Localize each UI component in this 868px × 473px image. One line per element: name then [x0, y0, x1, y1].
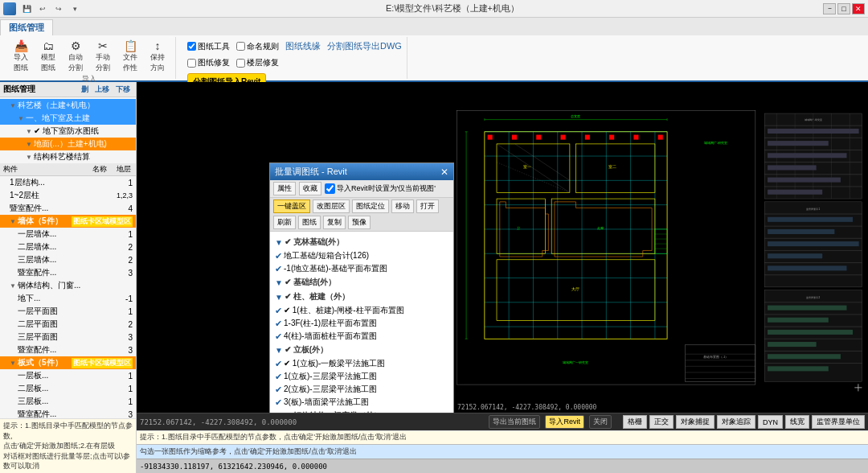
btn-refresh[interactable]: 刷新 — [273, 216, 296, 229]
btn-move[interactable]: 移动 — [391, 199, 414, 213]
cad-canvas-area: 基础布置图（-1） — [454, 82, 868, 413]
svg-rect-33 — [561, 135, 566, 140]
btn-display-unit[interactable]: 监管界显单位 — [812, 415, 865, 429]
btn-manual-split[interactable]: ✂ 手动分割 — [90, 39, 116, 74]
tree-row-slab-4[interactable]: 暨室配件... 3 — [0, 408, 136, 418]
model-icon: 🗂 — [39, 39, 58, 52]
tree-item-above-ground[interactable]: ▼ 地面(...）土建+机电) — [0, 138, 136, 150]
dialog-item-col-1[interactable]: ✔ ✔ 1(柱、桩建)-闸楼-柱平面布置图 — [273, 304, 450, 317]
qa-undo[interactable]: ↩ — [35, 2, 50, 15]
btn-auto-split[interactable]: ⚙ 自动分割 — [63, 39, 88, 74]
btn-change-layer[interactable]: 改图层区 — [313, 199, 350, 213]
tree-item-root[interactable]: ▼ 科艺楼（土建+机电） — [0, 99, 136, 112]
btn-model-drawing[interactable]: 🗂 模型图纸 — [35, 39, 61, 74]
btn-dialog-property[interactable]: 属性 — [273, 182, 296, 195]
btn-dyn[interactable]: DYN — [758, 415, 783, 429]
dialog-item-beam-2[interactable]: ✔ 1(立板)-三层梁平法施工图 — [273, 370, 450, 383]
tree-row-2[interactable]: 1~2层柱 1,2,3 — [0, 189, 136, 202]
qa-save[interactable]: 💾 — [19, 2, 34, 15]
tree-item-door-window[interactable]: ▼ 钢体结构、门窗... — [0, 279, 136, 292]
import-icon: 📥 — [11, 39, 31, 52]
tree-row-dw-1[interactable]: 一层平面图 1 — [0, 305, 136, 318]
btn-export-page[interactable]: 导出当前图纸 — [489, 415, 540, 429]
svg-text:室一: 室一 — [523, 164, 531, 169]
dialog-item-col-3[interactable]: ✔ 4(柱)-墙面桩柱平面布置图 — [273, 330, 450, 343]
maximize-button[interactable]: □ — [837, 3, 850, 14]
btn-open[interactable]: 打开 — [416, 199, 439, 213]
dialog-item-beam-3[interactable]: ✔ 2(立板)-三层梁平法施工图 — [273, 383, 450, 396]
btn-snap[interactable]: 对象捕捉 — [676, 415, 714, 429]
btn-lineweight[interactable]: 线宽 — [785, 415, 809, 429]
tree-row-slab-1[interactable]: 一层板... 1 — [0, 369, 136, 382]
svg-rect-73 — [768, 129, 859, 134]
svg-rect-100 — [768, 318, 829, 323]
cad-drawing-svg: 基础布置图（-1） — [454, 82, 868, 413]
dialog-item-beam-4[interactable]: ✔ 3(板)-墙面梁平法施工图 — [273, 396, 450, 409]
btn-ortho[interactable]: 正交 — [649, 415, 674, 429]
close-button[interactable]: ✕ — [852, 3, 865, 14]
svg-text:室二: 室二 — [608, 164, 616, 169]
tab-drawing-management[interactable]: 图纸管理 — [0, 19, 53, 35]
btn-locate-drawing[interactable]: 图纸定位 — [352, 199, 389, 213]
dialog-item-2[interactable]: ✔ -1(地立基础)-基础平面布置图 — [273, 262, 450, 275]
tree-row-3[interactable]: 暨室配件... 4 — [0, 202, 136, 215]
dialog-item-beam-1[interactable]: ✔ ✔ 1(立板)-一般梁平法施工图 — [273, 357, 450, 370]
minimize-button[interactable]: － — [823, 3, 836, 14]
sidebar-bottom-info: 提示：1.图纸目录中手匹配模型的节点参数, 点击'确定'开始激加图纸;2.在有层… — [0, 418, 136, 473]
tree-row-dw-0[interactable]: 地下... -1 — [0, 292, 136, 305]
svg-text:城域网广一研究室: 城域网广一研究室 — [562, 360, 588, 364]
btn-split-export-dwg[interactable]: 分割图纸导出DWG — [327, 40, 402, 52]
btn-track[interactable]: 对象追踪 — [717, 415, 755, 429]
btn-close-cad[interactable]: 关闭 — [589, 415, 612, 429]
btn-file-property[interactable]: 📋 文件作性 — [117, 39, 143, 74]
btn-preview[interactable]: 预像 — [348, 216, 371, 229]
bottom-info-bar: 提示：1.图纸目录中手匹配模型的节点参数，点击'确定'开始激加图纸/点击'取消'… — [137, 430, 868, 444]
svg-rect-37 — [658, 135, 663, 140]
tree-item-slab[interactable]: ▼ 板式（5件） 图纸卡区域模型区 — [0, 356, 136, 369]
btn-drawing[interactable]: 图纸 — [298, 216, 321, 229]
tree-row-wall-2[interactable]: 二层墙体... 2 — [0, 241, 136, 253]
qa-redo[interactable]: ↪ — [51, 2, 66, 15]
btn-one-click-cover[interactable]: 一键盖区 — [273, 199, 310, 213]
btn-move-down[interactable]: 下移 — [113, 84, 133, 95]
tree-row-wall-4[interactable]: 暨室配件... 3 — [0, 266, 136, 279]
checkbox-naming-rule[interactable]: 命名规则 — [236, 41, 279, 52]
qa-more[interactable]: ▾ — [68, 2, 82, 15]
ribbon-group-import: 📥 导入图纸 🗂 模型图纸 ⚙ 自动分割 ✂ 手动分割 — [3, 37, 176, 79]
checkbox-current-view[interactable]: 导入Revit时设置为'仅当前视图' — [325, 183, 436, 194]
btn-import-revit-status[interactable]: 导入Revit — [545, 415, 584, 429]
tree-row-wall-1[interactable]: 一层墙体... 1 — [0, 228, 136, 241]
tree-row-dw-2[interactable]: 二层平面图 2 — [0, 318, 136, 331]
svg-rect-36 — [633, 135, 638, 140]
tree-row-dw-4[interactable]: 暨室配件... 3 — [0, 343, 136, 356]
checkbox-drawing-repair[interactable]: 图纸修复 — [187, 57, 230, 68]
tree-item-underground[interactable]: ▼ 一、地下室及土建 — [0, 112, 136, 125]
btn-move-up[interactable]: 上移 — [92, 84, 112, 95]
btn-import-drawing[interactable]: 📥 导入图纸 — [8, 39, 34, 74]
tree-row-1[interactable]: 1层结构... 1 — [0, 176, 136, 189]
tree-row-slab-3[interactable]: 三层板... 1 — [0, 395, 136, 408]
btn-delete-drawing[interactable]: 删 — [79, 84, 91, 95]
dialog-item-col-2[interactable]: ✔ 1-3F(柱-1)层柱平面布置图 — [273, 317, 450, 330]
checkbox-floor-repair[interactable]: 楼层修复 — [236, 57, 279, 68]
checkbox-drawing-tool[interactable]: 图纸工具 — [187, 41, 230, 52]
btn-grid[interactable]: 格栅 — [623, 415, 647, 429]
tree-area: ▼ 科艺楼（土建+机电） ▼ 一、地下室及土建 ▼ ✔ 地下室防水图纸 ▼ 地面… — [0, 97, 136, 418]
tree-item-structure[interactable]: ▼ 结构科艺楼结算 — [0, 150, 136, 163]
dialog-item-1[interactable]: ✔ 地工基础/短箱合计(126) — [273, 249, 450, 262]
svg-rect-27 — [497, 199, 546, 253]
dialog-close-button[interactable]: ✕ — [440, 167, 448, 178]
tree-row-slab-2[interactable]: 二层板... 1 — [0, 382, 136, 395]
right-content: 批量调图纸 - Revit ✕ 属性 收藏 导入Revit时设置为'仅当前视图'… — [137, 82, 868, 473]
tree-item-waterproof[interactable]: ▼ ✔ 地下室防水图纸 — [0, 125, 136, 138]
tree-row-wall-3[interactable]: 三层墙体... 2 — [0, 253, 136, 266]
btn-dialog-favorites[interactable]: 收藏 — [299, 182, 321, 195]
btn-copy[interactable]: 复制 — [323, 216, 346, 229]
tree-item-wall[interactable]: ▼ 墙体（5件） 图纸卡区域模型区 — [0, 215, 136, 228]
manual-split-icon: ✂ — [93, 39, 113, 52]
cad-coords-display: 72152.067142, -4227.308492, 0.000000 — [457, 404, 596, 411]
btn-keep-direction[interactable]: ↕ 保持方向 — [145, 39, 170, 74]
ribbon-btns-import: 📥 导入图纸 🗂 模型图纸 ⚙ 自动分割 ✂ 手动分割 — [8, 39, 170, 74]
btn-drawing-line[interactable]: 图纸线缘 — [285, 40, 321, 52]
tree-row-dw-3[interactable]: 三层平面图 3 — [0, 331, 136, 343]
